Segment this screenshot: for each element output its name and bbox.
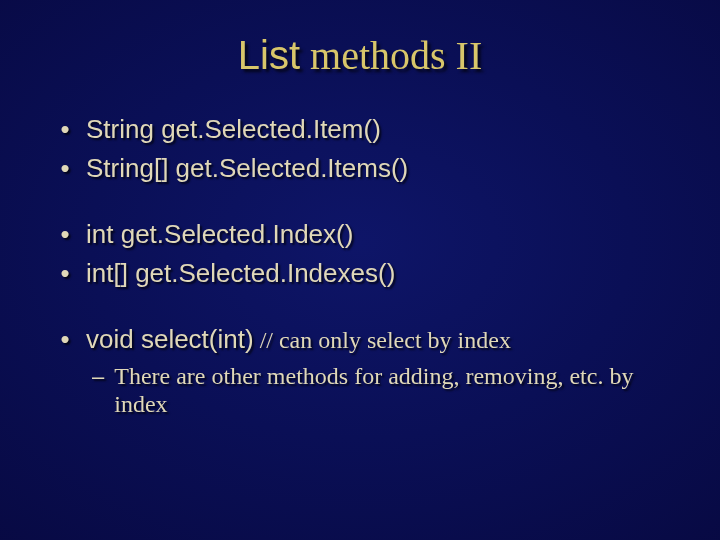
slide-content: • String get.Selected.Item() • String[] … — [48, 113, 672, 419]
bullet-item: • void select(int) // can only select by… — [58, 323, 672, 356]
bullet-item: • String get.Selected.Item() — [58, 113, 672, 146]
bullet-item: • int get.Selected.Index() — [58, 218, 672, 251]
bullet-group-2: • int get.Selected.Index() • int[] get.S… — [58, 218, 672, 289]
slide: List methods II • String get.Selected.It… — [0, 0, 720, 540]
slide-title: List methods II — [48, 32, 672, 79]
bullet-text: String get.Selected.Item() — [86, 113, 381, 146]
bullet-item: • int[] get.Selected.Indexes() — [58, 257, 672, 290]
bullet-dot-icon: • — [58, 155, 72, 181]
bullet-text: void select(int) // can only select by i… — [86, 323, 511, 356]
bullet-text: int get.Selected.Index() — [86, 218, 353, 251]
bullet-dot-icon: • — [58, 221, 72, 247]
sub-bullet-text: There are other methods for adding, remo… — [114, 362, 672, 420]
bullet-dot-icon: • — [58, 326, 72, 352]
bullet-comment: // can only select by index — [254, 327, 511, 353]
bullet-main: void select(int) — [86, 324, 254, 354]
bullet-group-1: • String get.Selected.Item() • String[] … — [58, 113, 672, 184]
dash-icon: – — [92, 364, 104, 390]
title-word-1: List — [238, 33, 300, 77]
bullet-item: • String[] get.Selected.Items() — [58, 152, 672, 185]
title-rest: methods II — [300, 33, 482, 78]
bullet-dot-icon: • — [58, 260, 72, 286]
bullet-text: int[] get.Selected.Indexes() — [86, 257, 395, 290]
sub-bullet-item: – There are other methods for adding, re… — [92, 362, 672, 420]
bullet-group-3: • void select(int) // can only select by… — [58, 323, 672, 419]
bullet-text: String[] get.Selected.Items() — [86, 152, 408, 185]
bullet-dot-icon: • — [58, 116, 72, 142]
